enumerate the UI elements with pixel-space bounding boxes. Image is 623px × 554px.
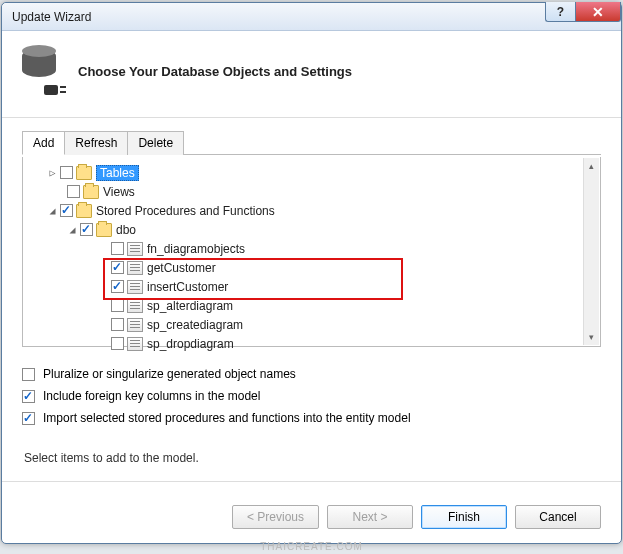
body: Add Refresh Delete ▷ Tables Views ◢ bbox=[2, 118, 621, 493]
tab-delete[interactable]: Delete bbox=[127, 131, 184, 155]
checkbox[interactable] bbox=[22, 368, 35, 381]
tree-label: fn_diagramobjects bbox=[147, 242, 245, 256]
tree-node-dbo[interactable]: ◢ dbo bbox=[27, 220, 596, 239]
hint-text: Select items to add to the model. bbox=[24, 451, 601, 465]
tree-panel: ▷ Tables Views ◢ Stored Procedures and F… bbox=[22, 157, 601, 347]
cancel-button[interactable]: Cancel bbox=[515, 505, 601, 529]
help-button[interactable]: ? bbox=[545, 2, 575, 22]
titlebar[interactable]: Update Wizard ? ✕ bbox=[2, 3, 621, 31]
tree-node-sprocs[interactable]: ◢ Stored Procedures and Functions bbox=[27, 201, 596, 220]
tree-node-sp-creatediagram[interactable]: sp_creatediagram bbox=[27, 315, 596, 334]
tree-node-insertcustomer[interactable]: insertCustomer bbox=[27, 277, 596, 296]
checkbox[interactable] bbox=[22, 390, 35, 403]
checkbox[interactable] bbox=[111, 318, 124, 331]
next-button: Next > bbox=[327, 505, 413, 529]
tree-label: insertCustomer bbox=[147, 280, 228, 294]
procedure-icon bbox=[127, 337, 143, 351]
checkbox[interactable] bbox=[60, 204, 73, 217]
checkbox[interactable] bbox=[111, 337, 124, 350]
checkbox[interactable] bbox=[111, 299, 124, 312]
vertical-scrollbar[interactable]: ▴ ▾ bbox=[583, 158, 599, 345]
tree-label: sp_alterdiagram bbox=[147, 299, 233, 313]
checkbox[interactable] bbox=[60, 166, 73, 179]
header: Choose Your Database Objects and Setting… bbox=[2, 31, 621, 118]
expander-icon[interactable]: ◢ bbox=[47, 205, 58, 216]
procedure-icon bbox=[127, 242, 143, 256]
checkbox[interactable] bbox=[80, 223, 93, 236]
option-fkcols[interactable]: Include foreign key columns in the model bbox=[22, 389, 601, 403]
folder-icon bbox=[96, 223, 112, 237]
scroll-up-icon[interactable]: ▴ bbox=[584, 158, 599, 174]
watermark: THAICREATE.COM bbox=[260, 541, 363, 552]
scroll-down-icon[interactable]: ▾ bbox=[584, 329, 599, 345]
folder-icon bbox=[83, 185, 99, 199]
checkbox[interactable] bbox=[111, 261, 124, 274]
window-buttons: ? ✕ bbox=[545, 2, 621, 22]
close-button[interactable]: ✕ bbox=[575, 2, 621, 22]
checkbox[interactable] bbox=[111, 280, 124, 293]
tree-label: sp_dropdiagram bbox=[147, 337, 234, 351]
tree-node-tables[interactable]: ▷ Tables bbox=[27, 163, 596, 182]
database-icon bbox=[22, 49, 60, 93]
folder-icon bbox=[76, 166, 92, 180]
option-pluralize[interactable]: Pluralize or singularize generated objec… bbox=[22, 367, 601, 381]
checkbox[interactable] bbox=[22, 412, 35, 425]
tree-node-sp-dropdiagram[interactable]: sp_dropdiagram bbox=[27, 334, 596, 353]
finish-button[interactable]: Finish bbox=[421, 505, 507, 529]
tree-node-views[interactable]: Views bbox=[27, 182, 596, 201]
tab-strip: Add Refresh Delete bbox=[22, 130, 601, 155]
tree-label: dbo bbox=[116, 223, 136, 237]
option-label: Include foreign key columns in the model bbox=[43, 389, 260, 403]
checkbox[interactable] bbox=[67, 185, 80, 198]
option-label: Import selected stored procedures and fu… bbox=[43, 411, 411, 425]
tab-add[interactable]: Add bbox=[22, 131, 65, 155]
tab-refresh[interactable]: Refresh bbox=[64, 131, 128, 155]
update-wizard-dialog: ⬚ Update Wizard ? ✕ Choose Your Database… bbox=[1, 2, 622, 544]
divider bbox=[2, 481, 621, 482]
expander-icon[interactable]: ◢ bbox=[67, 224, 78, 235]
checkbox[interactable] bbox=[111, 242, 124, 255]
tree-node-sp-alterdiagram[interactable]: sp_alterdiagram bbox=[27, 296, 596, 315]
object-tree: ▷ Tables Views ◢ Stored Procedures and F… bbox=[27, 163, 596, 353]
tree-label: Views bbox=[103, 185, 135, 199]
procedure-icon bbox=[127, 318, 143, 332]
tree-label: sp_creatediagram bbox=[147, 318, 243, 332]
footer: < Previous Next > Finish Cancel bbox=[2, 493, 621, 543]
option-label: Pluralize or singularize generated objec… bbox=[43, 367, 296, 381]
tree-label: Stored Procedures and Functions bbox=[96, 204, 275, 218]
tree-node-fn-diagramobjects[interactable]: fn_diagramobjects bbox=[27, 239, 596, 258]
procedure-icon bbox=[127, 299, 143, 313]
previous-button: < Previous bbox=[232, 505, 319, 529]
page-title: Choose Your Database Objects and Setting… bbox=[78, 64, 352, 79]
tree-label: Tables bbox=[96, 165, 139, 181]
procedure-icon bbox=[127, 280, 143, 294]
tree-label: getCustomer bbox=[147, 261, 216, 275]
option-importprocs[interactable]: Import selected stored procedures and fu… bbox=[22, 411, 601, 425]
procedure-icon bbox=[127, 261, 143, 275]
folder-icon bbox=[76, 204, 92, 218]
expander-icon[interactable]: ▷ bbox=[47, 167, 58, 178]
options-group: Pluralize or singularize generated objec… bbox=[22, 359, 601, 433]
tree-node-getcustomer[interactable]: getCustomer bbox=[27, 258, 596, 277]
window-title: Update Wizard bbox=[12, 10, 91, 24]
